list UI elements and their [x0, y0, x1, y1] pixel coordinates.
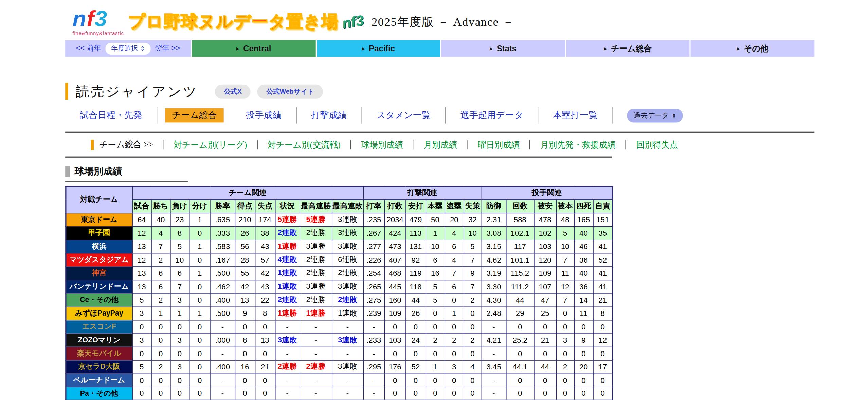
team-name-cell: エスコンF — [66, 320, 132, 333]
tab-pitching[interactable]: 投手成績 — [231, 107, 296, 123]
stat-cell: 5 — [426, 280, 445, 293]
stat-cell: - — [482, 374, 506, 387]
tab-player-usage[interactable]: 選手起用データ — [446, 107, 538, 123]
year-select-label: 年度選択 — [111, 44, 138, 53]
year-select[interactable]: 年度選択 ⇕ — [106, 43, 150, 54]
nav-central[interactable]: ▸ Central — [192, 40, 315, 57]
stat-cell: - — [363, 320, 384, 333]
stat-cell: .500 — [210, 306, 235, 320]
stat-cell: 0 — [464, 306, 482, 320]
stat-cell: 2連勝 — [300, 360, 332, 373]
official-website-link[interactable]: 公式Webサイト — [257, 84, 323, 98]
stat-cell: 8 — [255, 306, 275, 320]
next-year-link[interactable]: 翌年 >> — [155, 43, 180, 54]
stat-cell: 42 — [255, 266, 275, 280]
subnav-by-month[interactable]: 月別成績 — [413, 140, 467, 149]
top-nav: << 前年 年度選択 ⇕ 翌年 >> ▸ Central ▸ Pacific ▸… — [65, 40, 814, 57]
stat-cell: - — [275, 387, 300, 400]
stat-cell: 1連敗 — [275, 266, 300, 280]
official-x-link[interactable]: 公式X — [215, 84, 251, 98]
stat-cell: 25.2 — [506, 333, 534, 346]
stat-cell: 0 — [235, 320, 255, 333]
nav-pacific[interactable]: ▸ Pacific — [317, 40, 440, 57]
subnav-by-weekday[interactable]: 曜日別成績 — [467, 140, 530, 149]
table-row: みずほPayPay3111.500981連勝1連勝1連敗.23910926010… — [66, 306, 613, 320]
subnav-by-stadium[interactable]: 球場別成績 — [350, 140, 413, 149]
column-header: 得点 — [235, 199, 255, 213]
stat-cell: 6 — [445, 240, 464, 253]
stat-cell: 3連敗 — [332, 280, 363, 293]
site-logo[interactable]: nf3 fine&funny&fantastic — [73, 7, 124, 36]
stat-cell: 479 — [405, 213, 426, 226]
stat-cell: 35 — [593, 226, 612, 240]
stat-cell: .400 — [210, 293, 235, 306]
stat-cell: 131 — [405, 240, 426, 253]
content: nf3 fine&funny&fantastic プロ野球ヌルデータ置き場 nf… — [65, 0, 814, 400]
history-select[interactable]: 過去データ ⇕ — [627, 108, 683, 122]
triangle-icon: ▸ — [490, 45, 493, 52]
stat-cell: 3連敗 — [332, 360, 363, 373]
stat-cell: 3 — [556, 333, 574, 346]
page-title: 読売ジャイアンツ — [76, 82, 198, 100]
stat-cell: 23 — [170, 213, 189, 226]
stat-cell: - — [332, 387, 363, 400]
stat-cell: 40 — [151, 213, 170, 226]
stat-cell: 0 — [445, 374, 464, 387]
stat-cell: 0 — [189, 293, 210, 306]
stat-cell: - — [275, 374, 300, 387]
stat-cell: 0 — [534, 374, 556, 387]
stat-cell: 0 — [189, 280, 210, 293]
stat-cell: - — [363, 374, 384, 387]
nav-team-total[interactable]: ▸ チーム総合 — [566, 40, 690, 57]
stat-cell: 36 — [574, 280, 593, 293]
subnav-vs-team-league[interactable]: 対チーム別(リーグ) — [163, 140, 257, 149]
prev-year-link[interactable]: << 前年 — [76, 43, 101, 54]
triangle-icon: ▸ — [737, 45, 740, 52]
stat-cell: 44 — [506, 293, 534, 306]
stat-cell: 14 — [574, 293, 593, 306]
nav-other[interactable]: ▸ その他 — [691, 40, 814, 57]
stat-cell: 2034 — [384, 213, 405, 226]
subnav-by-inning[interactable]: 回別得失点 — [626, 140, 688, 149]
table-row: バンテリンドーム13670.46242431連敗3連勝3連敗.265445118… — [66, 280, 613, 293]
stat-cell: 6連敗 — [332, 253, 363, 266]
tab-nav: 試合日程・先発 チーム総合 投手成績 打撃成績 スタメン一覧 選手起用データ 本… — [65, 106, 814, 125]
tab-batting[interactable]: 打撃成績 — [296, 107, 362, 123]
nav-stats[interactable]: ▸ Stats — [441, 40, 565, 57]
updown-icon: ⇕ — [140, 45, 145, 52]
badges: 公式X 公式Webサイト — [215, 84, 323, 98]
subnav-monthly-pitching[interactable]: 月別先発・救援成績 — [530, 140, 626, 149]
tab-team-total[interactable]: チーム総合 — [165, 108, 223, 123]
stat-cell: - — [332, 320, 363, 333]
team-name-cell: マツダスタジアム — [66, 253, 132, 266]
tab-homerun-list[interactable]: 本塁打一覧 — [538, 107, 612, 123]
banner-stamp-icon: nf3 — [341, 13, 365, 31]
stat-cell: - — [210, 387, 235, 400]
stat-cell: 21 — [255, 360, 275, 373]
stat-cell: 5連勝 — [300, 213, 332, 226]
column-header: 最高連敗 — [332, 199, 363, 213]
subnav-vs-team-inter[interactable]: 対チーム別(交流戦) — [257, 140, 350, 149]
stat-cell: .635 — [210, 213, 235, 226]
tab-lineup[interactable]: スタメン一覧 — [362, 107, 446, 123]
stat-cell: 4.62 — [482, 253, 506, 266]
table-row: ZOZOマリン3030.0008133連敗-3連敗.233103242224.2… — [66, 333, 613, 346]
stat-cell: 0 — [464, 374, 482, 387]
stat-cell: .400 — [210, 360, 235, 373]
column-header: 被本 — [556, 199, 574, 213]
stat-cell: 2 — [151, 293, 170, 306]
stat-cell: 0 — [255, 320, 275, 333]
team-name-cell: Pa・その他 — [66, 387, 132, 400]
nav-label: チーム総合 — [611, 43, 652, 54]
stat-cell: 2連敗 — [332, 293, 363, 306]
accent-bar — [65, 83, 68, 100]
tab-schedule[interactable]: 試合日程・先発 — [65, 107, 157, 123]
stat-cell: 0 — [170, 347, 189, 360]
column-header: 失策 — [464, 199, 482, 213]
column-header: 状況 — [275, 199, 300, 213]
stat-cell: 2.31 — [482, 213, 506, 226]
stat-cell: .583 — [210, 240, 235, 253]
stat-cell: 4.21 — [482, 333, 506, 346]
stat-cell: 1 — [426, 226, 445, 240]
stat-cell: 4 — [464, 360, 482, 373]
